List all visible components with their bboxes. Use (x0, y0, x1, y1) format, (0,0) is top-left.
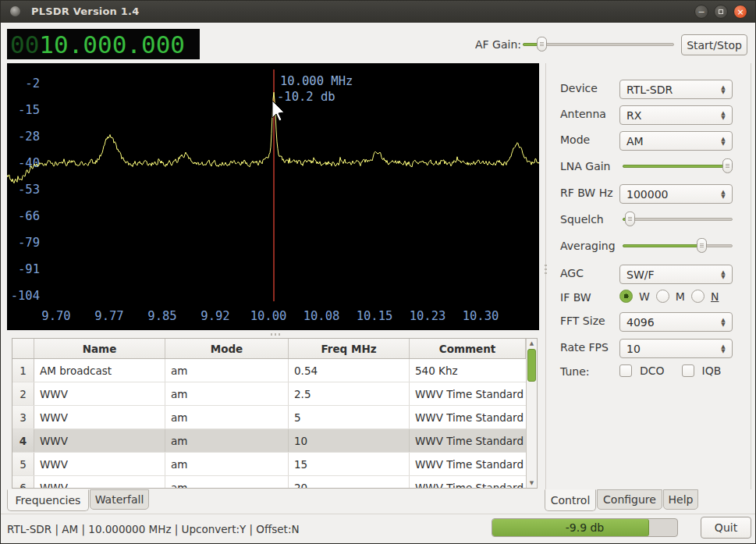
horizontal-splitter[interactable] (7, 331, 539, 338)
table-row-selected[interactable]: 4 WWV am 10 WWV Time Standard (12, 429, 537, 453)
fft-size-spinbox[interactable]: 4096▲▼ (619, 312, 733, 332)
cell-comment[interactable]: WWV Time Standard (410, 476, 526, 489)
rate-fps-spinbox[interactable]: 10▲▼ (619, 339, 733, 358)
cell-mode[interactable]: am (165, 406, 289, 428)
cell-freq[interactable]: 10 (289, 429, 410, 452)
cell-mode[interactable]: am (165, 359, 289, 382)
svg-text:-66: -66 (18, 209, 40, 223)
if-bw-radio-m[interactable] (656, 290, 669, 303)
scroll-down-icon[interactable]: ▼ (527, 480, 537, 486)
start-stop-button[interactable]: Start/Stop (681, 34, 747, 55)
app-window: PLSDR Version 1.4 − × 0010.000.000 AF Ga… (0, 0, 756, 544)
frequency-display[interactable]: 0010.000.000 (7, 29, 200, 59)
frequency-leading-zeros: 00 (10, 30, 39, 59)
if-bw-radio-w[interactable] (619, 290, 633, 303)
slider-handle[interactable] (697, 238, 707, 253)
device-combo[interactable]: RTL-SDR▲▼ (619, 80, 733, 99)
cell-comment[interactable]: WWV Time Standard (410, 429, 526, 452)
corner-header-cell (12, 339, 34, 358)
agc-value: SW/F (626, 268, 655, 281)
tab-help[interactable]: Help (663, 489, 698, 510)
maximize-button[interactable] (714, 5, 728, 19)
slider-handle[interactable] (625, 212, 635, 226)
rf-bw-value: 100000 (626, 188, 668, 201)
cell-freq[interactable]: 15 (289, 453, 410, 475)
agc-combo[interactable]: SW/F▲▼ (619, 265, 733, 284)
mode-combo[interactable]: AM▲▼ (619, 131, 733, 151)
vertical-splitter[interactable] (543, 63, 548, 489)
tab-frequencies[interactable]: Frequencies (7, 489, 89, 511)
tab-waterfall[interactable]: Waterfall (90, 489, 149, 510)
table-row[interactable]: 5 WWV am 15 WWV Time Standard (12, 453, 537, 476)
cell-comment[interactable]: WWV Time Standard (410, 453, 526, 475)
cell-name[interactable]: WWV (34, 453, 165, 475)
af-gain-slider[interactable] (523, 37, 674, 52)
combo-spinner-icon[interactable]: ▲▼ (719, 82, 727, 98)
fft-size-label: FFT Size (560, 315, 605, 327)
cell-freq[interactable]: 0.54 (289, 359, 410, 382)
squelch-slider[interactable] (623, 212, 733, 227)
control-panel: Device RTL-SDR▲▼ Antenna RX▲▼ Mode AM▲▼ … (548, 63, 752, 489)
spin-arrows-icon[interactable]: ▲▼ (719, 341, 727, 357)
minimize-button[interactable]: − (694, 5, 708, 19)
table-row[interactable]: 6 WWV am 20 WWV Time Standard (12, 476, 537, 489)
svg-text:9.92: 9.92 (201, 309, 229, 323)
cell-freq[interactable]: 2.5 (289, 382, 410, 405)
quit-button[interactable]: Quit (701, 517, 751, 539)
slider-handle[interactable] (537, 37, 547, 52)
svg-text:-28: -28 (18, 130, 40, 144)
tune-label: Tune: (560, 365, 590, 378)
tab-configure[interactable]: Configure (597, 489, 662, 510)
close-button[interactable]: × (733, 5, 747, 19)
column-header-freq[interactable]: Freq MHz (289, 339, 410, 358)
column-header-mode[interactable]: Mode (165, 339, 289, 358)
if-bw-option-n-label: N (711, 290, 719, 303)
iqb-checkbox[interactable] (682, 364, 694, 377)
cell-mode[interactable]: am (165, 382, 289, 405)
spectrum-display[interactable]: -2-15-28-40-53-66-79-91-1049.709.779.859… (7, 63, 539, 330)
tab-control[interactable]: Control (545, 489, 596, 511)
title-bar[interactable]: PLSDR Version 1.4 − × (1, 1, 755, 23)
svg-text:-2: -2 (25, 76, 40, 91)
lna-gain-slider[interactable] (623, 158, 733, 174)
spin-arrows-icon[interactable]: ▲▼ (719, 187, 727, 202)
scrollbar-thumb[interactable] (527, 349, 536, 382)
af-gain-label: AF Gain: (475, 38, 521, 51)
table-scrollbar[interactable]: ▲ ▼ (526, 339, 537, 488)
cell-comment[interactable]: 540 Khz (410, 359, 526, 382)
cell-mode[interactable]: am (165, 476, 289, 489)
cell-mode[interactable]: am (165, 453, 289, 475)
table-row[interactable]: 1 AM broadcast am 0.54 540 Khz (12, 359, 537, 382)
table-row[interactable]: 3 WWV am 5 WWV Time Standard (12, 406, 537, 429)
column-header-comment[interactable]: Comment (410, 339, 526, 358)
column-header-name[interactable]: Name (34, 339, 165, 358)
cell-name[interactable]: AM broadcast (34, 359, 165, 382)
spin-arrows-icon[interactable]: ▲▼ (719, 315, 727, 330)
antenna-combo[interactable]: RX▲▼ (619, 105, 733, 125)
cell-comment[interactable]: WWV Time Standard (410, 382, 526, 405)
dco-checkbox[interactable] (619, 364, 632, 377)
if-bw-radio-n[interactable] (691, 290, 705, 303)
combo-spinner-icon[interactable]: ▲▼ (719, 267, 727, 283)
scroll-up-icon[interactable]: ▲ (527, 340, 537, 347)
table-row[interactable]: 2 WWV am 2.5 WWV Time Standard (12, 382, 537, 406)
rf-bw-spinbox[interactable]: 100000▲▼ (619, 184, 733, 204)
status-bar: RTL-SDR | AM | 10.000000 MHz | Upconvert… (1, 514, 755, 544)
slider-handle[interactable] (722, 158, 733, 173)
combo-spinner-icon[interactable]: ▲▼ (719, 108, 727, 123)
device-label: Device (560, 82, 598, 94)
cell-name[interactable]: WWV (34, 406, 165, 428)
device-value: RTL-SDR (626, 84, 673, 96)
frequency-value: 10.000.000 (39, 30, 185, 59)
cell-comment[interactable]: WWV Time Standard (410, 406, 526, 428)
averaging-slider[interactable] (623, 238, 733, 254)
cell-freq[interactable]: 5 (289, 406, 410, 428)
cell-freq[interactable]: 20 (289, 476, 410, 489)
spectrum-plot: -2-15-28-40-53-66-79-91-1049.709.779.859… (7, 63, 539, 330)
svg-text:-15: -15 (18, 103, 40, 117)
cell-mode[interactable]: am (165, 429, 289, 452)
combo-spinner-icon[interactable]: ▲▼ (719, 133, 727, 149)
cell-name[interactable]: WWV (34, 429, 165, 452)
cell-name[interactable]: WWV (34, 476, 165, 489)
cell-name[interactable]: WWV (34, 382, 165, 405)
